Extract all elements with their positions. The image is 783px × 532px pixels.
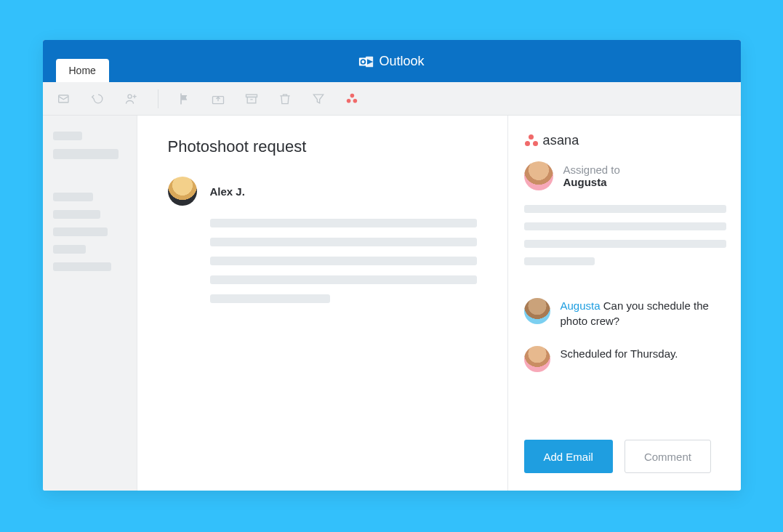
- comment: Scheduled for Thursday.: [524, 346, 726, 372]
- assigned-row: Assigned to Augusta: [524, 161, 726, 190]
- panel-actions: Add Email Comment: [524, 422, 726, 473]
- comment-text: Augusta Can you schedule the photo crew?: [561, 298, 726, 329]
- comment-body: Scheduled for Thursday.: [561, 347, 678, 360]
- outlook-window: Home Outlook: [43, 40, 741, 491]
- sidebar-item[interactable]: [53, 245, 86, 254]
- reply-icon[interactable]: [91, 92, 105, 105]
- mention[interactable]: Augusta: [561, 299, 601, 312]
- sidebar-item[interactable]: [53, 193, 94, 201]
- svg-point-4: [128, 94, 132, 98]
- comment-text: Scheduled for Thursday.: [561, 346, 678, 372]
- comment-avatar: [524, 298, 550, 324]
- sender-name: Alex J.: [210, 185, 245, 198]
- trash-icon[interactable]: [278, 92, 292, 105]
- email-pane: Photoshoot request Alex J.: [137, 116, 508, 491]
- archive-icon[interactable]: [244, 92, 259, 105]
- assignee-avatar: [524, 161, 553, 190]
- folder-up-icon[interactable]: [211, 92, 225, 105]
- svg-rect-7: [247, 97, 256, 102]
- sidebar-item[interactable]: [53, 227, 108, 236]
- asana-panel: asana Assigned to Augusta Aug: [508, 116, 741, 491]
- comment-button-label: Comment: [644, 451, 691, 463]
- sender-row: Alex J.: [168, 177, 477, 206]
- email-subject: Photoshoot request: [168, 137, 477, 156]
- tab-home-label: Home: [69, 65, 96, 76]
- toolbar-divider: [158, 89, 158, 108]
- add-email-button[interactable]: Add Email: [524, 440, 613, 473]
- comment-avatar: [524, 346, 550, 372]
- asana-toolbar-icon[interactable]: [345, 92, 359, 105]
- app-header: Home Outlook: [43, 40, 741, 82]
- sidebar: [43, 116, 137, 491]
- toolbar: [43, 82, 741, 116]
- assigned-label: Assigned to: [563, 164, 620, 176]
- outlook-logo-icon: [358, 54, 373, 68]
- sidebar-item[interactable]: [53, 149, 119, 159]
- app-body: Photoshoot request Alex J. asana: [43, 116, 741, 491]
- sidebar-item[interactable]: [53, 132, 82, 140]
- outlook-brand: Outlook: [358, 54, 424, 69]
- new-mail-icon[interactable]: [57, 92, 72, 105]
- filter-icon[interactable]: [311, 92, 326, 105]
- sidebar-item[interactable]: [53, 262, 112, 271]
- task-description: [524, 205, 726, 275]
- app-name: Outlook: [379, 54, 424, 69]
- comment: Augusta Can you schedule the photo crew?: [524, 298, 726, 329]
- asana-brand: asana: [524, 133, 726, 148]
- new-contact-icon[interactable]: [124, 92, 139, 105]
- email-body: [168, 219, 477, 303]
- asana-logo-icon: [524, 134, 539, 148]
- comments-list: Augusta Can you schedule the photo crew?…: [524, 298, 726, 372]
- sidebar-item[interactable]: [53, 210, 101, 219]
- flag-icon[interactable]: [177, 92, 192, 105]
- assigned-to: Augusta: [563, 176, 620, 188]
- sender-avatar: [168, 177, 197, 206]
- tab-home[interactable]: Home: [56, 59, 109, 82]
- svg-rect-3: [58, 95, 68, 102]
- comment-button[interactable]: Comment: [625, 440, 711, 473]
- add-email-label: Add Email: [544, 451, 593, 463]
- asana-brand-text: asana: [543, 133, 579, 148]
